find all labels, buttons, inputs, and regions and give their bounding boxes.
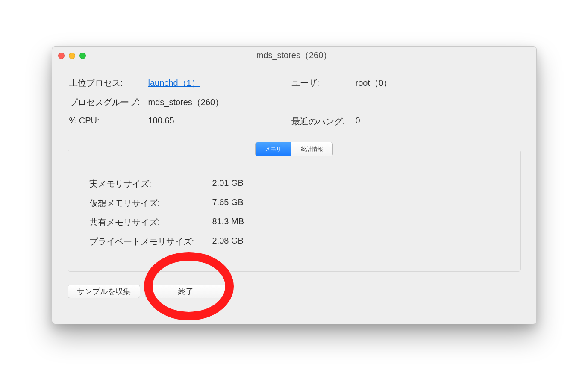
parent-process-label: 上位プロセス: — [69, 77, 148, 89]
footer-actions: サンプルを収集 終了 — [52, 285, 536, 298]
memory-panel: 実メモリサイズ: 2.01 GB 仮想メモリサイズ: 7.65 GB 共有メモリ… — [68, 150, 521, 272]
private-memory-label: プライベートメモリサイズ: — [89, 236, 212, 247]
titlebar[interactable]: mds_stores（260） — [52, 47, 536, 65]
virtual-memory-label: 仮想メモリサイズ: — [89, 197, 212, 209]
process-group-label: プロセスグループ: — [69, 97, 148, 108]
shared-memory-value: 81.3 MB — [212, 217, 244, 228]
quit-button[interactable]: 終了 — [145, 285, 226, 298]
process-group-value: mds_stores（260） — [148, 97, 224, 108]
shared-memory-label: 共有メモリサイズ: — [89, 217, 212, 228]
recent-hangs-value: 0 — [356, 116, 360, 127]
virtual-memory-value: 7.65 GB — [212, 197, 244, 209]
close-icon[interactable] — [58, 53, 65, 59]
window-controls — [58, 53, 86, 59]
sample-button[interactable]: サンプルを収集 — [68, 285, 140, 298]
tab-statistics[interactable]: 統計情報 — [291, 142, 332, 156]
recent-hangs-label: 最近のハング: — [291, 116, 356, 127]
user-value: root（0） — [356, 77, 392, 89]
parent-process-link[interactable]: launchd（1） — [148, 78, 200, 88]
user-label: ユーザ: — [291, 77, 356, 89]
cpu-label: % CPU: — [69, 116, 148, 127]
maximize-icon[interactable] — [79, 53, 86, 59]
window-title: mds_stores（260） — [58, 50, 530, 61]
process-info-section: 上位プロセス: launchd（1） ユーザ: root（0） プロセスグループ… — [52, 65, 536, 139]
cpu-value: 100.65 — [148, 116, 174, 127]
real-memory-value: 2.01 GB — [212, 178, 244, 190]
real-memory-label: 実メモリサイズ: — [89, 178, 212, 190]
private-memory-value: 2.08 GB — [212, 236, 244, 247]
tab-bar: メモリ 統計情報 — [52, 142, 536, 156]
minimize-icon[interactable] — [69, 53, 75, 59]
process-info-window: mds_stores（260） 上位プロセス: launchd（1） ユーザ: … — [52, 46, 537, 324]
tab-memory[interactable]: メモリ — [256, 142, 291, 156]
